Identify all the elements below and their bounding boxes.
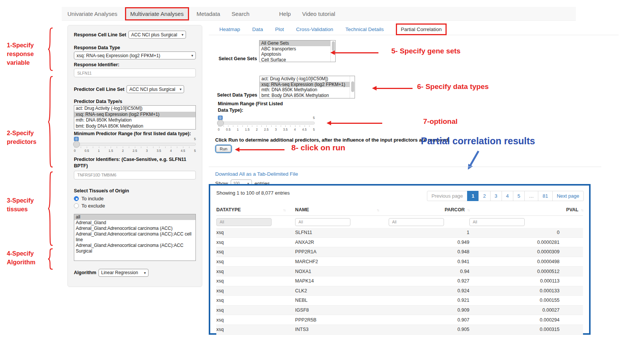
table-row[interactable]: xsq NOXA1 0.94 0.0000512: [216, 267, 583, 276]
response-data-type-select[interactable]: xsq: RNA-seq Expression (log2 FPKM+1) ▾: [74, 51, 196, 59]
list-option[interactable]: xsq: RNA-seq Expression (log2 FPKM+1): [260, 82, 355, 87]
column-header-name[interactable]: NAME ↑↓: [295, 207, 389, 212]
list-option[interactable]: ABC transporters: [259, 46, 335, 52]
nav-univariate-analyses[interactable]: Univariate Analyses: [62, 11, 123, 17]
tab-plot[interactable]: Plot: [275, 27, 284, 32]
tissue-exclude-radio[interactable]: To exclude: [74, 203, 196, 209]
nav-help[interactable]: Help: [274, 11, 297, 17]
list-option[interactable]: Adrenal_Gland:Adrenocortical carcinoma (…: [74, 226, 195, 231]
page-number-button[interactable]: 1: [467, 191, 479, 201]
slider-tick-label: 1.5: [109, 149, 113, 153]
page-number-button[interactable]: 2: [478, 191, 490, 201]
results-table: DATATYPE ↑↓ NAME ↑↓ PARCOR ↑↓ PVAL ↑↓: [216, 204, 583, 335]
filter-parcor-input[interactable]: [389, 218, 444, 226]
tab-heatmap[interactable]: Heatmap: [219, 27, 240, 32]
slider-track[interactable]: [74, 143, 196, 146]
nav-video-tutorial[interactable]: Video tutorial: [297, 11, 341, 17]
cell-datatype: xsq: [216, 240, 295, 245]
cell-parcor: 0.941: [389, 259, 469, 264]
page-number-button[interactable]: 81: [538, 191, 552, 201]
page-number-button[interactable]: 4: [502, 191, 513, 201]
table-row[interactable]: xsq SLFN11 1 0: [216, 228, 583, 238]
predictor-identifiers-input[interactable]: TNFRSF10D TMBIM6: [74, 171, 196, 179]
annotation-step1: 1-Specify response variable: [7, 41, 48, 67]
table-row[interactable]: xsq NEBL 0.921 0.000155: [216, 296, 583, 306]
cell-name: PPP2R1A: [295, 249, 389, 254]
download-all-link[interactable]: Download All as a Tab-Delimited File: [215, 171, 298, 177]
bracket-step3: [47, 171, 53, 246]
response-cell-line-set-label: Response Cell Line Set: [74, 32, 126, 37]
list-option[interactable]: act: Drug Activity (-log10[IC50M]): [74, 106, 195, 112]
slider-ticks: [219, 125, 314, 127]
nav-multivariate-analyses[interactable]: Multivariate Analyses: [125, 7, 189, 20]
table-row[interactable]: xsq IGSF8 0.909 0.00027: [216, 306, 583, 315]
run-button[interactable]: Run: [216, 145, 231, 152]
cell-name: INTS3: [295, 327, 389, 332]
list-option[interactable]: Adrenal_Gland:Adrenocortical carcinoma (…: [74, 231, 195, 243]
table-row[interactable]: xsq MARCHF2 0.941 0.0000498: [216, 257, 583, 267]
tab-data[interactable]: Data: [252, 27, 263, 32]
scrollbar[interactable]: [350, 76, 355, 98]
next-page-button[interactable]: Next page: [552, 191, 584, 201]
filter-name-input[interactable]: [295, 218, 350, 226]
table-row[interactable]: xsq INTS3 0.905 0.000315: [216, 325, 583, 335]
slider-track[interactable]: [218, 122, 315, 125]
results-tabs: Heatmap Data Plot Cross-Validation Techn…: [209, 23, 619, 35]
slider-tick-label: 3: [275, 128, 277, 131]
predictor-cell-line-set-select[interactable]: ACC NCI plus Surgical ▾: [127, 85, 184, 93]
page-number-button[interactable]: 3: [490, 191, 502, 201]
list-option[interactable]: Cell Surface: [259, 57, 335, 62]
list-option[interactable]: All Gene Sets: [259, 41, 335, 46]
annotation-step3: 3-Specify tissues: [7, 196, 48, 214]
table-row[interactable]: xsq MAPK14 0.927 0.000113: [216, 276, 583, 286]
slider-tick-label: 5: [194, 149, 196, 153]
column-header-pval[interactable]: PVAL ↑↓: [469, 207, 583, 212]
annotation-step4: 4-Specify Algorithm: [7, 249, 48, 267]
tab-cross-validation[interactable]: Cross-Validation: [296, 27, 333, 32]
tab-technical-details[interactable]: Technical Details: [345, 27, 384, 32]
list-option[interactable]: bmt: Body DNA 850K Methylation: [74, 123, 195, 130]
column-header-datatype[interactable]: DATATYPE ↑↓: [216, 207, 295, 212]
cell-parcor: 0.924: [389, 288, 469, 293]
cell-parcor: 0.948: [389, 249, 469, 254]
slider-tick-label: 0.5: [84, 149, 89, 153]
table-row[interactable]: xsq PPP2R5B 0.907 0.000294: [216, 315, 583, 325]
sort-icon[interactable]: ↑↓: [377, 208, 379, 212]
list-option[interactable]: all: [74, 214, 195, 220]
filter-datatype-input[interactable]: [216, 218, 272, 226]
list-option[interactable]: bmt: Body DNA 850K Methylation: [260, 93, 355, 98]
sort-icon[interactable]: ↑↓: [283, 208, 285, 212]
tissue-include-radio[interactable]: To include: [74, 196, 196, 201]
list-option[interactable]: Adrenal_Gland: [74, 220, 195, 226]
page-number-button[interactable]: 5: [513, 191, 525, 201]
list-option[interactable]: Apoptosis: [259, 51, 335, 57]
list-option[interactable]: xsq: RNA-seq Expression (log2 FPKM+1): [74, 112, 195, 118]
table-row[interactable]: xsq ANXA2R 0.949 0.0000281: [216, 238, 583, 248]
algorithm-select[interactable]: Linear Regression ▾: [98, 269, 148, 277]
nav-search[interactable]: Search: [226, 11, 255, 17]
sort-icon[interactable]: ↑↓: [581, 208, 583, 212]
nav-metadata[interactable]: Metadata: [191, 11, 226, 17]
list-option[interactable]: mth: DNA 850K Methylation: [260, 87, 355, 93]
tab-partial-correlation[interactable]: Partial Correlation: [396, 23, 447, 35]
table-filter-row: [216, 216, 583, 228]
list-option[interactable]: mth: DNA 850K Methylation: [74, 117, 195, 123]
list-option[interactable]: act: Drug Activity (-log10[IC50M]): [260, 76, 355, 82]
page-number-button[interactable]: …: [524, 191, 538, 201]
column-header-parcor[interactable]: PARCOR ↑↓: [389, 207, 469, 212]
list-option[interactable]: Adrenal_Gland:Adrenocortical carcinoma (…: [74, 243, 195, 254]
slider-tick-label: 1: [237, 128, 239, 131]
cell-pval: 0.0000309: [469, 249, 583, 254]
filter-pval-input[interactable]: [469, 218, 525, 226]
cell-name: NEBL: [295, 298, 389, 303]
table-row[interactable]: xsq PPP2R1A 0.948 0.0000309: [216, 247, 583, 257]
chevron-down-icon: ▾: [181, 33, 183, 37]
predictor-cell-line-set-label: Predictor Cell Line Set: [74, 87, 124, 92]
table-row[interactable]: xsq CLK2 0.924 0.000133: [216, 286, 583, 296]
response-identifier-input[interactable]: SLFN11: [74, 69, 196, 77]
cell-name: ANXA2R: [295, 240, 389, 245]
response-cell-line-set-select[interactable]: ACC NCI plus Surgical ▾: [128, 31, 186, 39]
min-range-slider: 0 5 00.511.522.533.544.55: [218, 115, 315, 132]
cell-parcor: 0.94: [389, 269, 469, 274]
previous-page-button[interactable]: Previous page: [427, 191, 467, 201]
